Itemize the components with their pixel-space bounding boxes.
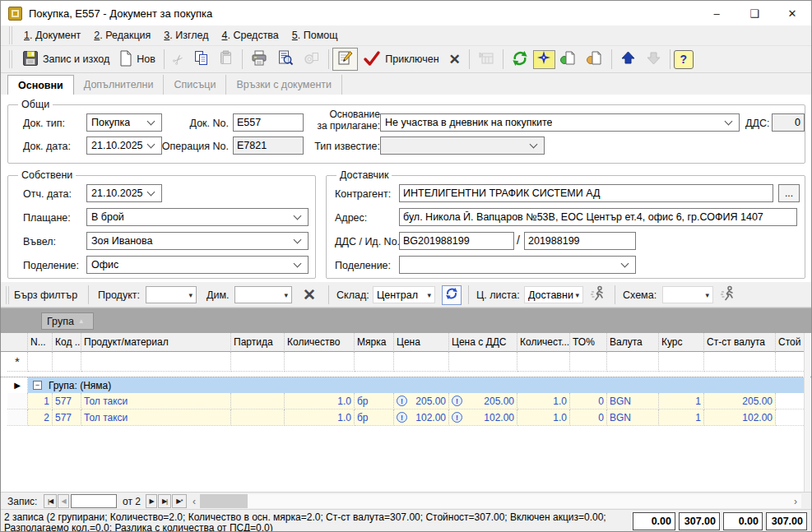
grid-new-row[interactable]: *	[1, 352, 811, 372]
vat-field-wrap	[772, 113, 805, 132]
payment-combo[interactable]: В брой	[86, 208, 309, 226]
grid-group-row[interactable]: ▶ − Група: (Няма)	[1, 377, 811, 393]
pricelist-apply-button[interactable]	[588, 286, 608, 304]
maximize-button[interactable]: ❑	[735, 1, 773, 25]
product-filter-combo[interactable]: ▾	[146, 286, 197, 303]
menu-view[interactable]: 3. Изглед	[157, 27, 215, 44]
table-row[interactable]: 1 577 Тол такси 1.0 бр !205.00 !205.00 1…	[1, 393, 811, 409]
save-exit-button[interactable]: Запис и изход	[17, 48, 114, 71]
save-icon	[22, 50, 39, 69]
copy-doc-green-button[interactable]	[555, 48, 582, 71]
record-position-input[interactable]	[71, 494, 117, 508]
col-batch[interactable]: Партида	[231, 333, 285, 352]
col-price[interactable]: Цена	[394, 333, 449, 352]
col-quantity[interactable]: Количество	[285, 333, 355, 352]
nav-prev-button[interactable]: ◀	[58, 494, 69, 508]
vat-no-input[interactable]	[400, 233, 513, 249]
chevron-down-icon	[147, 141, 155, 149]
col-unit[interactable]: Мярка	[355, 333, 394, 352]
tab-additional[interactable]: Допълнителни	[74, 75, 165, 95]
toolbar-gripper	[9, 50, 12, 68]
col-to[interactable]: ТО%	[570, 333, 607, 352]
report-date-combo[interactable]: 21.10.2025	[86, 184, 162, 202]
operation-no-input	[234, 137, 303, 154]
pricelist-combo[interactable]: Доставни▾	[524, 286, 583, 303]
paste-button	[214, 48, 239, 71]
nav-new-record-button[interactable]: ▶*	[172, 494, 187, 508]
vat-input[interactable]	[773, 114, 804, 131]
grid-horizontal-scrollbar[interactable]: ‹ ›	[188, 494, 801, 508]
grid-header-row: N... Код ... Продукт/материал Партида Ко…	[1, 333, 811, 352]
menu-tools[interactable]: 4. Средства	[216, 27, 285, 44]
status-summary-line2: Разполагаемо кол.=0.0; Разлика с количес…	[4, 522, 273, 532]
scroll-left-arrow-icon[interactable]: ‹	[188, 494, 200, 508]
current-row-arrow-icon: ▶	[7, 377, 28, 393]
col-rate[interactable]: Курс	[659, 333, 704, 352]
scheme-apply-button[interactable]	[718, 286, 738, 304]
reason-combo[interactable]: Не участва в дневник на покупките	[380, 113, 740, 132]
completed-button[interactable]: Приключен	[358, 48, 443, 71]
doc-type-combo[interactable]: Покупка	[86, 113, 162, 132]
supplier-division-combo[interactable]	[399, 256, 636, 274]
contractor-input[interactable]	[400, 185, 773, 201]
scroll-right-arrow-icon[interactable]: ›	[790, 494, 801, 508]
doc-date-combo[interactable]: 21.10.2025	[86, 136, 162, 155]
new-document-button[interactable]: Нов	[114, 48, 160, 71]
minimize-button[interactable]: –	[698, 1, 735, 25]
entered-by-combo[interactable]: Зоя Иванова	[86, 232, 309, 250]
refresh-icon	[512, 50, 528, 69]
delete-button[interactable]: ✕	[444, 48, 466, 71]
col-value[interactable]: Стой	[776, 333, 805, 352]
table-row[interactable]: 2 577 Тол такси 1.0 бр !102.00 !102.00 1…	[1, 409, 811, 426]
nav-last-button[interactable]: ▶|	[158, 494, 171, 508]
col-value-currency[interactable]: Ст-ст валута	[704, 333, 776, 352]
menu-document[interactable]: 1. Документ	[17, 27, 87, 44]
contractor-browse-button[interactable]: ...	[778, 184, 800, 202]
col-currency[interactable]: Валута	[607, 333, 659, 352]
group-general: Общи Док. тип: Покупка Док. No. Основани…	[7, 104, 805, 164]
scheme-combo[interactable]: ▾	[662, 286, 713, 303]
warehouse-combo[interactable]: Централ▾	[373, 286, 435, 303]
status-summary-line1: 2 записа (2 групирани; Количество=2.0; К…	[4, 511, 606, 523]
id-no-input[interactable]	[525, 233, 635, 249]
scrollbar-thumb[interactable]	[200, 494, 248, 508]
collapse-group-icon[interactable]: −	[33, 381, 42, 390]
tab-lists[interactable]: Списъци	[164, 75, 226, 95]
vat-label: ДДС:	[745, 118, 769, 129]
print-preview-button[interactable]	[272, 48, 299, 71]
print-button[interactable]	[246, 48, 272, 71]
menu-edit[interactable]: 2. Редакция	[87, 27, 157, 44]
form-area: Общи Док. тип: Покупка Док. No. Основани…	[1, 95, 811, 282]
recalc-star-button[interactable]	[533, 50, 555, 69]
col-price-vat[interactable]: Цена с ДДС	[449, 333, 517, 352]
col-product[interactable]: Продукт/материал	[81, 333, 231, 352]
col-n[interactable]: N...	[28, 333, 53, 352]
move-up-button[interactable]	[615, 48, 641, 71]
grid-vertical-scrollbar[interactable]	[804, 333, 810, 492]
quick-filter-button[interactable]: Бърз филтър	[14, 289, 77, 301]
tab-doc-links[interactable]: Връзки с документи	[226, 75, 342, 95]
group-column-chip[interactable]: Група ▲	[41, 312, 94, 330]
doc-no-input[interactable]	[234, 114, 303, 131]
notice-type-combo[interactable]	[380, 136, 545, 155]
tab-main[interactable]: Основни	[7, 75, 74, 95]
close-button[interactable]: ✕	[773, 1, 811, 25]
clear-filter-button[interactable]: ✕	[299, 285, 320, 305]
refresh-button[interactable]	[507, 48, 533, 71]
delete-x-icon: ✕	[449, 51, 461, 68]
col-code[interactable]: Код ...	[53, 333, 81, 352]
own-division-combo[interactable]: Офис	[86, 256, 309, 274]
col-quantity2[interactable]: Количест...	[517, 333, 570, 352]
edit-mode-button[interactable]	[332, 48, 358, 71]
completed-check-icon	[363, 50, 381, 69]
help-button[interactable]: ?	[674, 50, 694, 69]
chevron-down-icon	[294, 260, 302, 268]
address-input[interactable]	[400, 209, 796, 225]
nav-first-button[interactable]: |◀	[44, 494, 57, 508]
warehouse-refresh-button[interactable]	[442, 285, 462, 305]
dim-filter-combo[interactable]: ▾	[234, 286, 292, 303]
copy-button[interactable]	[188, 48, 214, 71]
nav-next-button[interactable]: ▶	[146, 494, 157, 508]
menu-help[interactable]: 5. Помощ	[285, 27, 345, 44]
copy-doc-yellow-button[interactable]	[582, 48, 608, 71]
